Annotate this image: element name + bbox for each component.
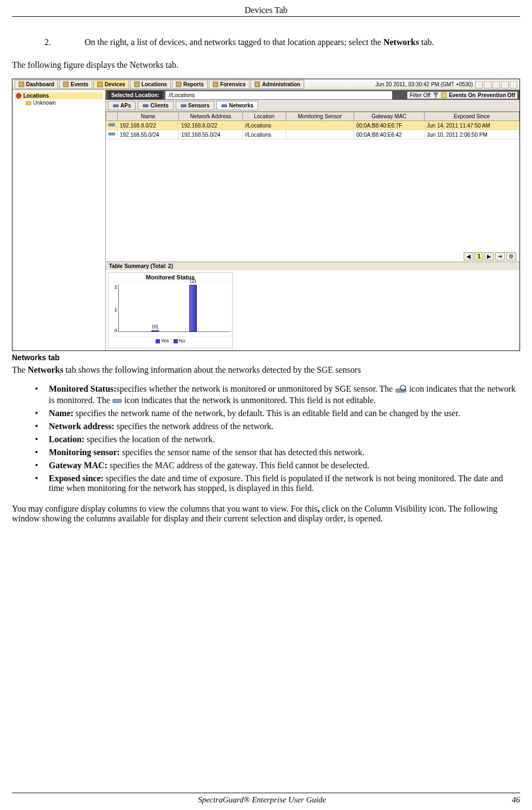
tab-icon (97, 81, 103, 87)
table-header-row: NameNetwork AddressLocationMonitoring Se… (106, 112, 520, 121)
prevention-label[interactable]: Prevention Off (478, 92, 515, 98)
bullet-item: Name: specifies the network name of the … (44, 409, 520, 418)
axis-tick-0: 0 (114, 328, 117, 333)
tab-icon (63, 81, 69, 87)
bullet-text: specifies the network address of the net… (114, 422, 273, 431)
bar-no (189, 285, 197, 331)
chart-area: Monitored Status 2 1 0 (0)(2) Yes No (106, 270, 520, 350)
footer-title: SpectraGuard® Enterprise User Guide (198, 795, 326, 805)
tree-root[interactable]: Locations (15, 92, 103, 99)
main-tab-reports[interactable]: Reports (172, 80, 208, 89)
bullet-label: Monitored Status: (49, 384, 117, 393)
cell-addr: 192.168.55.0/24 (179, 130, 243, 139)
subtab-label: APs (120, 103, 131, 109)
logout-icon[interactable] (501, 81, 509, 88)
refresh-icon[interactable] (475, 81, 483, 88)
sub-tab-clients[interactable]: Clients (138, 101, 173, 110)
step-suffix: tab. (419, 37, 434, 47)
monitored-status-chart: Monitored Status 2 1 0 (0)(2) Yes No (108, 272, 233, 348)
paginator[interactable]: ◀ 1 ▶ ➜ ⚙ (464, 252, 516, 260)
main-tab-dashboard[interactable]: Dashboard (15, 80, 58, 89)
paginator-current[interactable]: 1 (475, 252, 483, 260)
main-tab-devices[interactable]: Devices (93, 80, 129, 89)
networks-table[interactable]: NameNetwork AddressLocationMonitoring Se… (106, 112, 520, 139)
step-block: 2. On the right, a list of devices, and … (12, 37, 520, 47)
svg-rect-8 (26, 101, 31, 105)
bullet-text: specifies the date and time of exposure.… (49, 474, 503, 493)
subtab-icon (143, 103, 149, 109)
unmonitored-icon (112, 398, 122, 404)
settings-icon[interactable] (492, 81, 500, 88)
chart-legend: Yes No (108, 336, 232, 345)
paginator-next[interactable]: ▶ (484, 252, 494, 260)
subtab-label: Networks (229, 103, 253, 109)
tab-label: Events (70, 81, 88, 87)
main-tab-administration[interactable]: Administration (251, 80, 304, 89)
bullet-item: Network address: specifies the network a… (44, 422, 520, 431)
col-location[interactable]: Location (242, 112, 286, 121)
tab-label: Locations (142, 81, 167, 87)
events-label[interactable]: Events On (449, 92, 476, 98)
svg-rect-12 (181, 105, 186, 107)
sub-tab-networks[interactable]: Networks (216, 101, 258, 110)
chart-body: 2 1 0 (0)(2) (108, 282, 232, 336)
svg-rect-6 (255, 82, 260, 87)
closing-p1: You may configure display columns to vie… (12, 504, 318, 513)
location-tree[interactable]: Locations Unknown (12, 90, 106, 350)
selected-location-label: Selected Location: (108, 91, 163, 99)
col-exposed-since[interactable]: Exposed Since (425, 112, 520, 121)
paginator-config[interactable]: ⚙ (506, 252, 516, 260)
bar-yes (151, 330, 159, 331)
tree-child[interactable]: Unknown (15, 99, 103, 106)
post-intro-suffix: tab shows the following information abou… (63, 365, 361, 374)
sub-tab-aps[interactable]: APs (108, 101, 136, 110)
tab-icon (176, 81, 182, 87)
main-tab-events[interactable]: Events (59, 80, 92, 89)
bullet-item: Monitored Status:specifies whether the n… (44, 384, 520, 405)
bullet-item: Gateway MAC: specifies the MAC address o… (44, 461, 520, 470)
main-tab-locations[interactable]: Locations (130, 80, 171, 89)
legend-swatch-no (174, 339, 178, 343)
step-prefix: On the right, a list of devices, and net… (85, 37, 383, 47)
col-icon (106, 112, 118, 121)
chart-title: Monitored Status (108, 273, 232, 282)
intro-text: The following figure displays the Networ… (12, 60, 520, 70)
table-row[interactable]: 192.168.55.0/24192.168.55.0/24//Location… (106, 130, 520, 139)
svg-rect-2 (98, 82, 102, 87)
filter-icon[interactable] (433, 92, 439, 98)
subtab-icon (113, 103, 119, 109)
filter-label[interactable]: Filter Off (409, 92, 430, 98)
header-title: Devices Tab (12, 5, 520, 16)
legend-yes: Yes (161, 338, 169, 343)
expand-icon[interactable] (510, 81, 517, 88)
tab-icon (213, 81, 219, 87)
axis-tick-2: 2 (114, 284, 117, 290)
col-monitoring-sensor[interactable]: Monitoring Sensor (286, 112, 354, 121)
globe-icon (16, 93, 22, 99)
post-intro: The Networks tab shows the following inf… (12, 365, 520, 375)
svg-point-7 (16, 93, 21, 98)
paginator-prev[interactable]: ◀ (464, 252, 473, 260)
tab-label: Administration (262, 81, 300, 87)
toolbar-status: Jun 20 2011, 03:30:42 PM (GMT +0530) (375, 81, 517, 88)
bullet-label: Name: (49, 409, 73, 418)
col-name[interactable]: Name (118, 112, 179, 121)
timestamp: Jun 20 2011, 03:30:42 PM (GMT +0530) (375, 81, 473, 87)
monitored-icon (395, 384, 407, 396)
col-network-address[interactable]: Network Address (179, 112, 243, 121)
sub-tab-sensors[interactable]: Sensors (176, 101, 214, 110)
page-footer: SpectraGuard® Enterprise User Guide 46 (12, 793, 520, 805)
chart-y-axis: 2 1 0 (111, 284, 118, 334)
bullet-text: specifies the sensor name of the sensor … (120, 448, 364, 457)
bar-label: (0) (152, 324, 158, 329)
help-icon[interactable] (484, 81, 491, 88)
main-tab-forensics[interactable]: Forensics (209, 80, 249, 89)
bullet-label: Location: (49, 435, 85, 444)
col-gateway-mac[interactable]: Gateway MAC (354, 112, 424, 121)
selected-location-value: //Locations (165, 91, 393, 100)
sub-tabs: APsClientsSensorsNetworks (106, 100, 520, 112)
svg-rect-10 (113, 105, 118, 107)
paginator-go[interactable]: ➜ (495, 252, 505, 260)
svg-rect-15 (108, 133, 115, 135)
table-row[interactable]: 192.168.8.0/22192.168.8.0/22//Locations0… (106, 121, 520, 130)
